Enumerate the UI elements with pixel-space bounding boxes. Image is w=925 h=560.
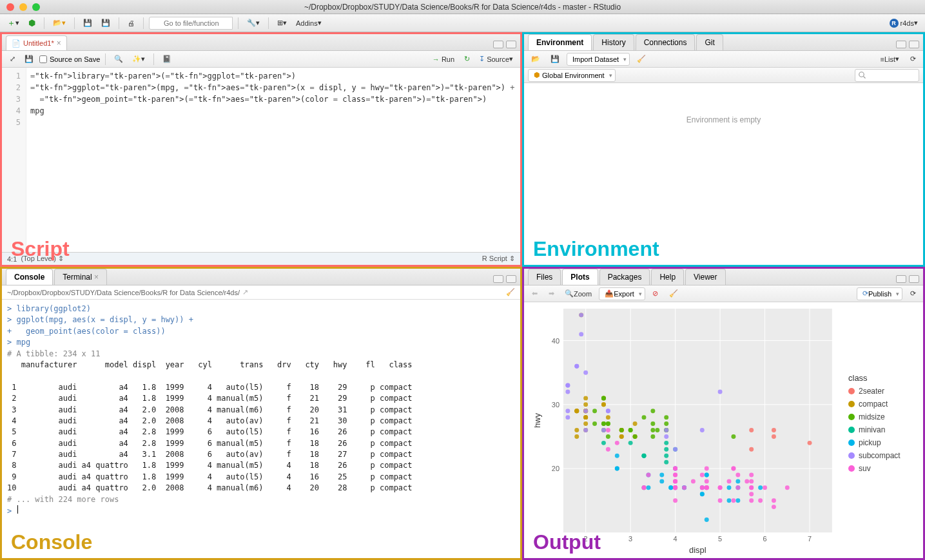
- pane-label-env: Environment: [533, 237, 659, 261]
- svg-point-100: [735, 479, 740, 483]
- code-editor[interactable]: 12345 ="tk-fn">library="tk-paren">(="tk-…: [2, 68, 520, 252]
- save-workspace-button[interactable]: 💾: [547, 53, 563, 66]
- file-type-indicator[interactable]: R Script ⇕: [482, 255, 515, 263]
- tab-history[interactable]: History: [593, 34, 634, 50]
- svg-point-128: [606, 409, 610, 413]
- svg-point-89: [705, 517, 709, 522]
- wd-popout-icon[interactable]: ↗: [242, 288, 248, 296]
- working-directory: ~/Dropbox/Dropbox/STUDY/Data Science/Boo…: [7, 289, 240, 296]
- clear-console-button[interactable]: 🧹: [506, 288, 515, 296]
- plot-next-button[interactable]: ➡: [545, 287, 558, 300]
- console-output[interactable]: > library(ggplot2) > ggplot(mpg, aes(x =…: [2, 300, 520, 558]
- tab-packages[interactable]: Packages: [599, 269, 650, 285]
- tools-button[interactable]: 🔧▾: [244, 17, 263, 30]
- svg-point-113: [718, 389, 723, 394]
- svg-text:4: 4: [674, 535, 677, 543]
- svg-point-79: [664, 460, 668, 465]
- minimize-console-icon[interactable]: [493, 275, 503, 283]
- svg-point-136: [772, 505, 776, 509]
- svg-point-125: [579, 313, 583, 317]
- env-search-input[interactable]: [855, 69, 919, 82]
- svg-point-80: [664, 447, 668, 452]
- refresh-plot-button[interactable]: ⟳: [906, 287, 919, 300]
- svg-text:40: 40: [552, 337, 560, 345]
- print-button[interactable]: 🖨: [124, 17, 138, 30]
- plot-legend: class 2seatercompactmidsizeminivanpickup…: [846, 302, 923, 558]
- plot-prev-button[interactable]: ⬅: [528, 287, 541, 300]
- run-button[interactable]: → Run: [429, 53, 458, 66]
- svg-point-162: [718, 485, 723, 490]
- load-workspace-button[interactable]: 📂: [528, 53, 543, 66]
- save-file-button[interactable]: 💾: [21, 53, 37, 66]
- close-tab-icon[interactable]: ×: [57, 39, 61, 48]
- publish-dropdown[interactable]: ⟳ Publish: [857, 287, 902, 300]
- source-tab[interactable]: 📄 Untitled1* ×: [6, 35, 67, 50]
- tab-connections[interactable]: Connections: [636, 34, 696, 50]
- cursor-position: 4:1: [7, 255, 17, 263]
- tab-console[interactable]: Console: [6, 269, 53, 285]
- svg-point-118: [574, 364, 579, 369]
- svg-point-116: [565, 409, 570, 413]
- addins-dropdown[interactable]: Addins ▾: [293, 17, 325, 30]
- maximize-env-icon[interactable]: [909, 41, 919, 48]
- env-empty-message: Environment is empty: [524, 83, 923, 157]
- svg-point-165: [673, 485, 677, 490]
- maximize-console-icon[interactable]: [506, 275, 516, 283]
- grid-button[interactable]: ⊞▾: [274, 17, 290, 30]
- tab-files[interactable]: Files: [528, 269, 561, 285]
- maximize-pane-icon[interactable]: [506, 41, 516, 48]
- save-button[interactable]: 💾: [80, 17, 95, 30]
- new-file-button[interactable]: ＋▾: [4, 17, 23, 30]
- rerun-button[interactable]: ↻: [460, 53, 473, 66]
- svg-point-123: [583, 371, 588, 375]
- svg-point-40: [583, 415, 588, 420]
- goto-file-input[interactable]: [149, 17, 233, 30]
- svg-point-65: [592, 421, 597, 426]
- tab-git[interactable]: Git: [696, 34, 723, 50]
- svg-text:6: 6: [763, 535, 767, 543]
- wand-button[interactable]: ✨▾: [129, 53, 148, 66]
- find-button[interactable]: 🔍: [111, 53, 126, 66]
- minimize-pane-icon[interactable]: [493, 41, 503, 48]
- svg-point-138: [785, 485, 790, 490]
- open-file-button[interactable]: 📂▾: [50, 17, 69, 30]
- svg-point-102: [615, 467, 619, 471]
- zoom-button[interactable]: 🔍 Zoom: [561, 287, 595, 300]
- svg-point-46: [606, 415, 610, 420]
- svg-point-71: [650, 421, 655, 426]
- tab-plots[interactable]: Plots: [562, 269, 598, 285]
- source-on-save-checkbox[interactable]: Source on Save: [39, 55, 100, 63]
- maximize-plots-icon[interactable]: [909, 275, 919, 283]
- export-dropdown[interactable]: 📤 Export: [599, 287, 645, 300]
- tab-help[interactable]: Help: [651, 269, 684, 285]
- minimize-env-icon[interactable]: [896, 41, 906, 48]
- legend-item: subcompact: [848, 451, 920, 460]
- save-all-button[interactable]: 💾: [98, 17, 113, 30]
- refresh-env-button[interactable]: ⟳: [906, 53, 919, 66]
- svg-point-68: [601, 396, 606, 400]
- import-dataset-dropdown[interactable]: Import Dataset: [567, 53, 630, 66]
- svg-point-142: [727, 479, 732, 483]
- new-project-button[interactable]: ⬢: [25, 17, 39, 30]
- tab-environment[interactable]: Environment: [528, 34, 592, 50]
- scope-indicator[interactable]: (Top Level) ⇕: [21, 255, 63, 263]
- svg-point-53: [601, 421, 606, 426]
- broom-icon[interactable]: 🧹: [634, 53, 649, 66]
- env-view-toggle[interactable]: ≡ List ▾: [877, 53, 902, 66]
- minimize-plots-icon[interactable]: [896, 275, 906, 283]
- tab-viewer[interactable]: Viewer: [685, 269, 725, 285]
- clear-plots-button[interactable]: 🧹: [666, 287, 681, 300]
- env-scope-dropdown[interactable]: ⬢ Global Environment: [528, 69, 616, 82]
- source-button[interactable]: ↧ Source ▾: [476, 53, 516, 66]
- svg-point-86: [668, 485, 673, 490]
- tab-terminal[interactable]: Terminal ×: [54, 269, 107, 285]
- project-menu[interactable]: R r4ds ▾: [886, 17, 921, 30]
- svg-text:7: 7: [808, 535, 812, 543]
- popout-button[interactable]: ⤢: [6, 53, 19, 66]
- legend-title: class: [848, 373, 920, 383]
- svg-point-176: [673, 479, 677, 483]
- knit-button[interactable]: 📓: [159, 53, 175, 66]
- source-tab-name: Untitled1*: [23, 39, 54, 47]
- svg-point-64: [650, 428, 655, 432]
- remove-plot-button[interactable]: ⊘: [649, 287, 662, 300]
